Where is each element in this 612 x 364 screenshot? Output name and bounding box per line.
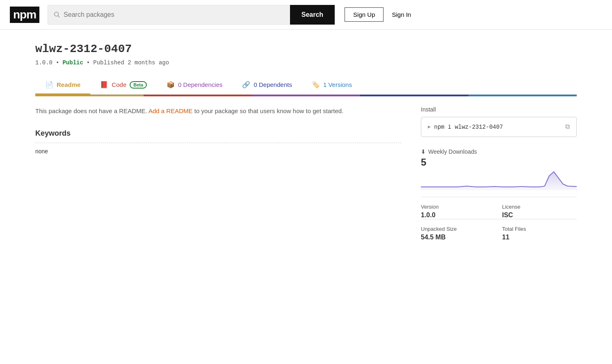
npm-logo: npm (10, 7, 39, 23)
tab-versions[interactable]: 🏷️ 1 Versions (302, 76, 362, 95)
public-badge: Public (62, 59, 83, 66)
downloads-chart-svg (421, 170, 577, 190)
install-label: Install (421, 106, 577, 113)
weekly-downloads-count: 5 (421, 157, 577, 168)
search-input[interactable] (64, 11, 284, 18)
weekly-downloads-section: ⬇ Weekly Downloads 5 (421, 148, 577, 241)
install-command-text: npm i wlwz-2312-0407 (434, 124, 503, 130)
unpacked-size-item: Unpacked Size 54.5 MB (421, 226, 496, 241)
content-sidebar: Install ▶ npm i wlwz-2312-0407 ⧉ ⬇ Weekl… (421, 106, 577, 253)
license-value: ISC (502, 212, 577, 219)
install-box: ▶ npm i wlwz-2312-0407 ⧉ (421, 117, 577, 137)
package-title: wlwz-2312-0407 (35, 43, 577, 55)
version-value: 1.0.0 (421, 212, 496, 219)
published-date: Published 2 months ago (93, 59, 169, 66)
tabs-nav: 📄 Readme 📕 Code Beta 📦 0 Dependencies 🔗 … (35, 76, 577, 95)
main-content: wlwz-2312-0407 1.0.0 • Public • Publishe… (19, 30, 593, 266)
search-icon (54, 11, 60, 18)
code-icon: 📕 (100, 81, 108, 89)
license-label: License (502, 204, 577, 210)
header-actions: Sign Up Sign In (345, 7, 419, 22)
beta-badge: Beta (130, 81, 147, 89)
weekly-downloads-label: Weekly Downloads (428, 148, 477, 155)
downloads-chart (421, 170, 577, 190)
readme-icon: 📄 (45, 81, 53, 89)
size-files-grid: Unpacked Size 54.5 MB Total Files 11 (421, 219, 577, 241)
total-files-value: 11 (502, 234, 577, 241)
keywords-title: Keywords (35, 129, 401, 138)
content-main: This package does not have a README. Add… (35, 106, 401, 253)
package-version: 1.0.0 (35, 59, 53, 66)
dependents-icon: 🔗 (242, 81, 250, 89)
tab-dependents[interactable]: 🔗 0 Dependents (232, 76, 301, 95)
total-files-label: Total Files (502, 226, 577, 232)
version-label: Version (421, 204, 496, 210)
sign-up-button[interactable]: Sign Up (345, 7, 384, 22)
total-files-item: Total Files 11 (502, 226, 577, 241)
readme-text: This package does not have a README. Add… (35, 106, 401, 116)
prompt-icon: ▶ (428, 124, 431, 130)
version-license-grid: Version 1.0.0 License ISC (421, 197, 577, 219)
search-input-wrapper (48, 5, 290, 25)
tabs-rainbow (35, 95, 577, 96)
install-section: Install ▶ npm i wlwz-2312-0407 ⧉ (421, 106, 577, 137)
unpacked-size-label: Unpacked Size (421, 226, 496, 232)
download-icon: ⬇ (421, 148, 426, 155)
versions-icon: 🏷️ (312, 81, 320, 89)
tab-readme[interactable]: 📄 Readme (35, 76, 90, 95)
keywords-value: none (35, 148, 401, 155)
site-header: npm Search Sign Up Sign In (0, 0, 612, 30)
sign-in-button[interactable]: Sign In (384, 8, 419, 21)
add-readme-link[interactable]: Add a README (148, 107, 193, 114)
weekly-downloads-header: ⬇ Weekly Downloads (421, 148, 577, 155)
install-cmd: ▶ npm i wlwz-2312-0407 (428, 124, 503, 130)
license-item: License ISC (502, 204, 577, 219)
version-item: Version 1.0.0 (421, 204, 496, 219)
search-form: Search (48, 5, 335, 25)
keywords-divider (35, 143, 401, 143)
unpacked-size-value: 54.5 MB (421, 234, 496, 241)
copy-icon[interactable]: ⧉ (565, 123, 570, 131)
package-meta: 1.0.0 • Public • Published 2 months ago (35, 59, 577, 66)
dependencies-icon: 📦 (167, 81, 175, 89)
content-layout: This package does not have a README. Add… (35, 106, 577, 253)
tab-code[interactable]: 📕 Code Beta (90, 76, 157, 95)
search-button[interactable]: Search (290, 5, 335, 25)
tab-dependencies[interactable]: 📦 0 Dependencies (157, 76, 232, 95)
svg-line-1 (58, 16, 60, 17)
